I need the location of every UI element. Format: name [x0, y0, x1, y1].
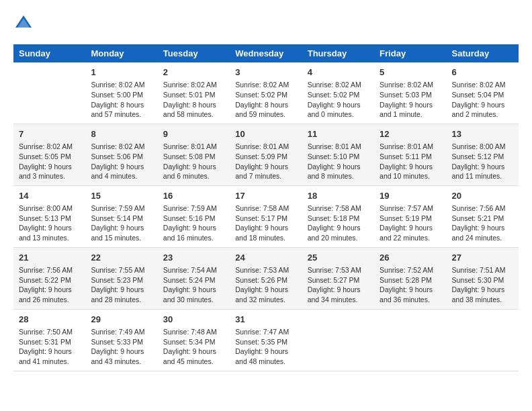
day-cell: 7Sunrise: 8:02 AM Sunset: 5:05 PM Daylig…	[13, 124, 85, 185]
day-number: 9	[163, 128, 224, 140]
day-cell: 25Sunrise: 7:53 AM Sunset: 5:27 PM Dayli…	[302, 247, 374, 309]
column-header-thursday: Thursday	[302, 44, 374, 62]
day-cell: 31Sunrise: 7:47 AM Sunset: 5:35 PM Dayli…	[230, 309, 302, 371]
day-number: 14	[19, 190, 80, 202]
day-number: 29	[91, 314, 152, 326]
day-info: Sunrise: 7:53 AM Sunset: 5:27 PM Dayligh…	[308, 265, 369, 305]
day-number: 16	[163, 190, 224, 202]
day-cell: 29Sunrise: 7:49 AM Sunset: 5:33 PM Dayli…	[85, 309, 157, 371]
day-info: Sunrise: 8:02 AM Sunset: 5:03 PM Dayligh…	[380, 80, 441, 120]
day-number: 2	[163, 66, 224, 79]
day-cell: 9Sunrise: 8:01 AM Sunset: 5:08 PM Daylig…	[158, 124, 230, 185]
day-info: Sunrise: 7:59 AM Sunset: 5:14 PM Dayligh…	[91, 203, 152, 243]
day-cell	[374, 309, 446, 371]
day-cell: 24Sunrise: 7:53 AM Sunset: 5:26 PM Dayli…	[230, 247, 302, 309]
day-number: 27	[452, 252, 513, 264]
day-number: 30	[163, 314, 224, 326]
day-info: Sunrise: 7:47 AM Sunset: 5:35 PM Dayligh…	[235, 327, 296, 367]
day-info: Sunrise: 8:02 AM Sunset: 5:01 PM Dayligh…	[163, 80, 224, 120]
day-info: Sunrise: 7:50 AM Sunset: 5:31 PM Dayligh…	[19, 327, 80, 367]
day-number: 21	[19, 252, 80, 264]
day-number: 20	[452, 190, 513, 202]
day-cell: 1Sunrise: 8:02 AM Sunset: 5:00 PM Daylig…	[85, 62, 157, 124]
column-header-tuesday: Tuesday	[158, 44, 230, 62]
day-number: 13	[452, 128, 513, 140]
day-number: 25	[308, 252, 369, 264]
week-row-3: 14Sunrise: 8:00 AM Sunset: 5:13 PM Dayli…	[13, 185, 519, 247]
day-number: 8	[91, 128, 152, 140]
day-number: 3	[235, 66, 296, 79]
day-info: Sunrise: 8:00 AM Sunset: 5:12 PM Dayligh…	[452, 142, 513, 181]
calendar-table: SundayMondayTuesdayWednesdayThursdayFrid…	[13, 44, 519, 371]
day-cell: 19Sunrise: 7:57 AM Sunset: 5:19 PM Dayli…	[374, 185, 446, 247]
day-number: 11	[308, 128, 369, 140]
week-row-2: 7Sunrise: 8:02 AM Sunset: 5:05 PM Daylig…	[13, 124, 519, 185]
column-header-saturday: Saturday	[447, 44, 519, 62]
day-info: Sunrise: 8:01 AM Sunset: 5:10 PM Dayligh…	[308, 142, 369, 181]
day-cell: 30Sunrise: 7:48 AM Sunset: 5:34 PM Dayli…	[158, 309, 230, 371]
day-number: 7	[19, 128, 80, 140]
column-header-friday: Friday	[374, 44, 446, 62]
day-cell: 22Sunrise: 7:55 AM Sunset: 5:23 PM Dayli…	[85, 247, 157, 309]
day-info: Sunrise: 8:02 AM Sunset: 5:00 PM Dayligh…	[91, 80, 152, 120]
day-cell: 11Sunrise: 8:01 AM Sunset: 5:10 PM Dayli…	[302, 124, 374, 185]
day-info: Sunrise: 7:51 AM Sunset: 5:30 PM Dayligh…	[452, 265, 513, 305]
day-info: Sunrise: 7:48 AM Sunset: 5:34 PM Dayligh…	[163, 327, 224, 367]
day-cell: 14Sunrise: 8:00 AM Sunset: 5:13 PM Dayli…	[13, 185, 85, 247]
day-info: Sunrise: 7:59 AM Sunset: 5:16 PM Dayligh…	[163, 203, 224, 243]
day-cell: 20Sunrise: 7:56 AM Sunset: 5:21 PM Dayli…	[447, 185, 519, 247]
week-row-4: 21Sunrise: 7:56 AM Sunset: 5:22 PM Dayli…	[13, 247, 519, 309]
calendar-header-row: SundayMondayTuesdayWednesdayThursdayFrid…	[13, 44, 519, 62]
day-info: Sunrise: 8:01 AM Sunset: 5:09 PM Dayligh…	[235, 142, 296, 181]
day-info: Sunrise: 8:02 AM Sunset: 5:02 PM Dayligh…	[308, 80, 369, 120]
day-number: 15	[91, 190, 152, 202]
day-info: Sunrise: 7:57 AM Sunset: 5:19 PM Dayligh…	[380, 203, 441, 243]
day-cell: 2Sunrise: 8:02 AM Sunset: 5:01 PM Daylig…	[158, 62, 230, 124]
logo-icon	[13, 13, 34, 34]
column-header-sunday: Sunday	[13, 44, 85, 62]
day-number: 26	[380, 252, 441, 264]
day-info: Sunrise: 7:58 AM Sunset: 5:17 PM Dayligh…	[235, 203, 296, 243]
day-cell: 5Sunrise: 8:02 AM Sunset: 5:03 PM Daylig…	[374, 62, 446, 124]
day-number: 12	[380, 128, 441, 140]
day-number: 1	[91, 66, 152, 79]
day-cell: 10Sunrise: 8:01 AM Sunset: 5:09 PM Dayli…	[230, 124, 302, 185]
day-cell: 27Sunrise: 7:51 AM Sunset: 5:30 PM Dayli…	[447, 247, 519, 309]
day-number: 28	[19, 314, 80, 326]
day-cell: 21Sunrise: 7:56 AM Sunset: 5:22 PM Dayli…	[13, 247, 85, 309]
day-cell	[447, 309, 519, 371]
day-info: Sunrise: 7:54 AM Sunset: 5:24 PM Dayligh…	[163, 265, 224, 305]
day-number: 24	[235, 252, 296, 264]
day-info: Sunrise: 8:01 AM Sunset: 5:08 PM Dayligh…	[163, 142, 224, 181]
day-number: 10	[235, 128, 296, 140]
week-row-5: 28Sunrise: 7:50 AM Sunset: 5:31 PM Dayli…	[13, 309, 519, 371]
day-info: Sunrise: 7:49 AM Sunset: 5:33 PM Dayligh…	[91, 327, 152, 367]
day-info: Sunrise: 7:52 AM Sunset: 5:28 PM Dayligh…	[380, 265, 441, 305]
day-cell: 16Sunrise: 7:59 AM Sunset: 5:16 PM Dayli…	[158, 185, 230, 247]
day-cell: 18Sunrise: 7:58 AM Sunset: 5:18 PM Dayli…	[302, 185, 374, 247]
day-number: 23	[163, 252, 224, 264]
day-cell: 13Sunrise: 8:00 AM Sunset: 5:12 PM Dayli…	[447, 124, 519, 185]
week-row-1: 1Sunrise: 8:02 AM Sunset: 5:00 PM Daylig…	[13, 62, 519, 124]
day-info: Sunrise: 8:02 AM Sunset: 5:06 PM Dayligh…	[91, 142, 152, 181]
day-cell	[302, 309, 374, 371]
day-info: Sunrise: 8:02 AM Sunset: 5:05 PM Dayligh…	[19, 142, 80, 181]
day-number: 17	[235, 190, 296, 202]
day-info: Sunrise: 7:56 AM Sunset: 5:21 PM Dayligh…	[452, 203, 513, 243]
day-cell: 17Sunrise: 7:58 AM Sunset: 5:17 PM Dayli…	[230, 185, 302, 247]
page-header	[13, 13, 519, 34]
day-info: Sunrise: 7:53 AM Sunset: 5:26 PM Dayligh…	[235, 265, 296, 305]
day-cell: 4Sunrise: 8:02 AM Sunset: 5:02 PM Daylig…	[302, 62, 374, 124]
day-info: Sunrise: 8:02 AM Sunset: 5:04 PM Dayligh…	[452, 80, 513, 120]
day-number: 5	[380, 66, 441, 79]
column-header-wednesday: Wednesday	[230, 44, 302, 62]
day-number: 31	[235, 314, 296, 326]
column-header-monday: Monday	[85, 44, 157, 62]
day-number: 22	[91, 252, 152, 264]
day-number: 4	[308, 66, 369, 79]
day-cell	[13, 62, 85, 124]
day-cell: 23Sunrise: 7:54 AM Sunset: 5:24 PM Dayli…	[158, 247, 230, 309]
day-info: Sunrise: 7:58 AM Sunset: 5:18 PM Dayligh…	[308, 203, 369, 243]
logo	[13, 13, 36, 34]
day-cell: 26Sunrise: 7:52 AM Sunset: 5:28 PM Dayli…	[374, 247, 446, 309]
